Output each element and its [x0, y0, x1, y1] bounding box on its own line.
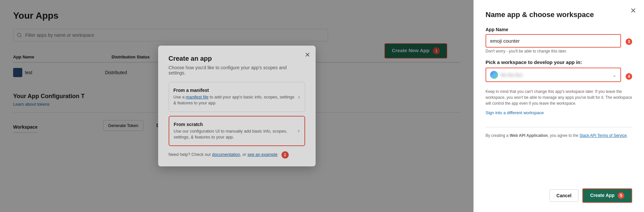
tos-bold: Web API Application [509, 133, 548, 138]
tos-prefix: By creating a [486, 133, 509, 138]
app-name-input[interactable] [486, 34, 621, 48]
option-scratch-desc: Use our configuration UI to manually add… [174, 128, 295, 140]
tos-suffix: . [627, 133, 628, 138]
option-manifest[interactable]: From a manifest Use a manifest file to a… [169, 82, 305, 112]
divider2 [486, 127, 632, 127]
app-name-label: App Name [486, 27, 632, 32]
footer-middle: , or [240, 152, 247, 157]
create-app-button[interactable]: Create App 5 [582, 188, 632, 203]
app-name-hint: Don't worry - you'll be able to change t… [486, 49, 632, 53]
workspace-section-label: Pick a workspace to develop your app in: [486, 59, 632, 65]
create-app-modal: ✕ Create an app Choose how you'd like to… [158, 46, 316, 166]
option-manifest-content: From a manifest Use a manifest file to a… [174, 88, 296, 106]
footer-text: Need help? Check our [169, 152, 212, 157]
option-scratch[interactable]: From scratch Use our configuration UI to… [169, 116, 305, 146]
option-scratch-content: From scratch Use our configuration UI to… [174, 122, 295, 140]
workspace-icon [490, 71, 498, 79]
create-label: Create App [590, 193, 614, 198]
modal-title: Create an app [169, 55, 305, 62]
documentation-link[interactable]: documentation [212, 152, 240, 157]
modal-close-button[interactable]: ✕ [305, 51, 310, 59]
step3-badge: 3 [626, 38, 632, 45]
right-footer: Cancel Create App 5 [486, 188, 632, 203]
modal-backdrop: ✕ Create an app Choose how you'd like to… [0, 0, 473, 212]
modal-footer: Need help? Check our documentation, or s… [169, 151, 305, 159]
right-panel-close-button[interactable]: ✕ [630, 7, 636, 15]
tos-link[interactable]: Slack API Terms of Service [579, 133, 627, 138]
step5-badge: 5 [618, 192, 624, 199]
option-scratch-title: From scratch [174, 122, 295, 127]
manifest-link[interactable]: manifest file [186, 95, 208, 99]
workspace-warning: Keep in mind that you can't change this … [486, 89, 632, 106]
manifest-arrow-icon: › [298, 94, 300, 100]
option-manifest-title: From a manifest [174, 88, 296, 93]
right-panel: ✕ Name app & choose workspace App Name 3… [473, 0, 644, 212]
option-manifest-desc: Use a manifest file to add your app's ba… [174, 94, 296, 106]
tos-text: By creating a Web API Application, you a… [486, 133, 632, 138]
workspace-select-wrapper: Ble Bla Blur ⌄ [486, 68, 621, 82]
scratch-arrow-icon: › [298, 127, 300, 134]
tos-middle: , you agree to the [548, 133, 580, 138]
sign-into-workspace-link[interactable]: Sign into a different workspace [486, 110, 632, 115]
right-panel-title: Name app & choose workspace [486, 11, 632, 19]
workspace-name: Ble Bla Blur [501, 73, 612, 77]
workspace-dropdown[interactable]: Ble Bla Blur ⌄ [486, 68, 621, 82]
modal-subtitle: Choose how you'd like to configure your … [169, 65, 305, 75]
step4-badge: 4 [626, 73, 632, 80]
step2-badge: 2 [281, 151, 289, 159]
cancel-button[interactable]: Cancel [550, 189, 578, 202]
chevron-down-icon: ⌄ [612, 72, 616, 78]
example-link[interactable]: see an example [247, 152, 278, 157]
main-panel: Your Apps Create New App 1 App Name Dist… [0, 0, 473, 212]
